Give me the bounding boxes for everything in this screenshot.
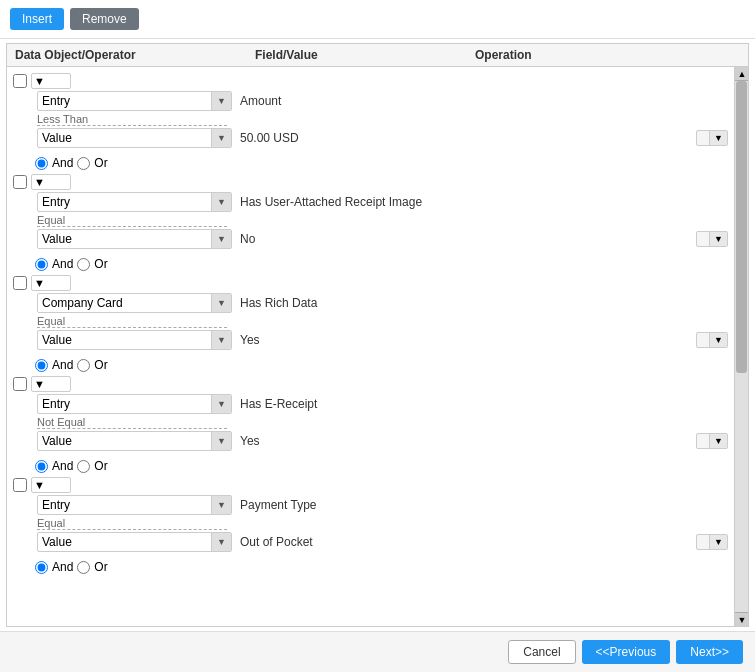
condition-3-op-arrow[interactable]: ▼ — [709, 333, 727, 347]
condition-block-2: ▼ Entry ▼ Has User-Attached Receipt Imag… — [13, 172, 728, 253]
col-header-field: Field/Value — [255, 48, 475, 62]
condition-4-value: Yes — [240, 434, 260, 448]
scrollbar-track — [735, 81, 748, 612]
logic-2-and-radio[interactable] — [35, 157, 48, 170]
condition-2-value-arrow[interactable]: ▼ — [211, 230, 231, 248]
condition-4-object-arrow[interactable]: ▼ — [211, 395, 231, 413]
condition-2-op-dropdown[interactable]: ▼ — [696, 231, 728, 247]
condition-1-object-arrow[interactable]: ▼ — [211, 92, 231, 110]
remove-button[interactable]: Remove — [70, 8, 139, 30]
cancel-button[interactable]: Cancel — [508, 640, 575, 664]
condition-3-op-dropdown[interactable]: ▼ — [696, 332, 728, 348]
condition-5-logic-select[interactable]: ▼ — [31, 477, 71, 493]
condition-5-object-arrow[interactable]: ▼ — [211, 496, 231, 514]
condition-1-logic-dropdown[interactable]: ▼ — [32, 74, 70, 88]
logic-3-and-radio[interactable] — [35, 258, 48, 271]
condition-4-object-select[interactable]: Entry ▼ — [37, 394, 232, 414]
condition-1-value-select[interactable]: Value ▼ — [37, 128, 232, 148]
condition-4-checkbox[interactable] — [13, 377, 27, 391]
scrollbar[interactable]: ▲ ▼ — [734, 67, 748, 626]
condition-4-op-label — [697, 439, 709, 443]
condition-1-value-dropdown[interactable]: Value — [38, 129, 211, 147]
footer: Cancel <<Previous Next>> — [0, 631, 755, 672]
scrollbar-up-arrow[interactable]: ▲ — [735, 67, 748, 81]
logic-6-and-label: And — [52, 560, 73, 574]
condition-3-object-arrow[interactable]: ▼ — [211, 294, 231, 312]
logic-6-or-radio[interactable] — [77, 561, 90, 574]
condition-3-operator-label: Equal — [37, 315, 227, 328]
condition-5-value-select[interactable]: Value ▼ — [37, 532, 232, 552]
condition-2-op-arrow[interactable]: ▼ — [709, 232, 727, 246]
logic-5-and-radio[interactable] — [35, 460, 48, 473]
condition-5-logic-dropdown[interactable]: ▼ — [32, 478, 70, 492]
condition-3-value-arrow[interactable]: ▼ — [211, 331, 231, 349]
condition-1-object-select[interactable]: Entry ▼ — [37, 91, 232, 111]
logic-6-and-radio[interactable] — [35, 561, 48, 574]
condition-2-object-select[interactable]: Entry ▼ — [37, 192, 232, 212]
condition-3-checkbox[interactable] — [13, 276, 27, 290]
condition-3-value-dropdown[interactable]: Value — [38, 331, 211, 349]
condition-1-value: 50.00 USD — [240, 131, 299, 145]
conditions-scroll[interactable]: ▼ Entry ▼ Amount Less Than — [7, 67, 734, 626]
condition-2-logic-select[interactable]: ▼ — [31, 174, 71, 190]
condition-1-value-arrow[interactable]: ▼ — [211, 129, 231, 147]
col-header-object: Data Object/Operator — [15, 48, 255, 62]
insert-button[interactable]: Insert — [10, 8, 64, 30]
condition-3-logic-select[interactable]: ▼ — [31, 275, 71, 291]
condition-5-field: Payment Type — [240, 498, 317, 512]
condition-2-logic-dropdown[interactable]: ▼ — [32, 175, 70, 189]
condition-block-1: ▼ Entry ▼ Amount Less Than — [13, 71, 728, 152]
condition-4-logic-select[interactable]: ▼ — [31, 376, 71, 392]
logic-2-or-radio[interactable] — [77, 157, 90, 170]
logic-row-4: And Or — [35, 358, 728, 372]
condition-5-object-dropdown[interactable]: Entry — [38, 496, 211, 514]
logic-row-6: And Or — [35, 560, 728, 574]
condition-5-value-dropdown[interactable]: Value — [38, 533, 211, 551]
condition-block-4: ▼ Entry ▼ Has E-Receipt Not Equal — [13, 374, 728, 455]
prev-button[interactable]: <<Previous — [582, 640, 671, 664]
condition-2-object-arrow[interactable]: ▼ — [211, 193, 231, 211]
condition-5-op-dropdown[interactable]: ▼ — [696, 534, 728, 550]
condition-4-op-arrow[interactable]: ▼ — [709, 434, 727, 448]
condition-5-value-arrow[interactable]: ▼ — [211, 533, 231, 551]
condition-3-logic-dropdown[interactable]: ▼ — [32, 276, 70, 290]
condition-4-op-dropdown[interactable]: ▼ — [696, 433, 728, 449]
condition-1-object-dropdown[interactable]: Entry — [38, 92, 211, 110]
condition-2-value: No — [240, 232, 255, 246]
condition-4-value-dropdown[interactable]: Value — [38, 432, 211, 450]
condition-5-checkbox[interactable] — [13, 478, 27, 492]
condition-3-value-select[interactable]: Value ▼ — [37, 330, 232, 350]
condition-1-op-arrow[interactable]: ▼ — [709, 131, 727, 145]
condition-2-value-select[interactable]: Value ▼ — [37, 229, 232, 249]
scrollbar-thumb[interactable] — [736, 81, 747, 373]
condition-1-op-dropdown[interactable]: ▼ — [696, 130, 728, 146]
condition-4-logic-dropdown[interactable]: ▼ — [32, 377, 70, 391]
condition-5-op-arrow[interactable]: ▼ — [709, 535, 727, 549]
logic-4-and-label: And — [52, 358, 73, 372]
logic-4-or-radio[interactable] — [77, 359, 90, 372]
condition-2-object-dropdown[interactable]: Entry — [38, 193, 211, 211]
condition-1-checkbox[interactable] — [13, 74, 27, 88]
condition-4-operator-label: Not Equal — [37, 416, 227, 429]
scrollbar-down-arrow[interactable]: ▼ — [735, 612, 748, 626]
condition-3-object-dropdown[interactable]: Company Card — [38, 294, 211, 312]
logic-4-and-radio[interactable] — [35, 359, 48, 372]
condition-3-object-select[interactable]: Company Card ▼ — [37, 293, 232, 313]
condition-2-checkbox[interactable] — [13, 175, 27, 189]
logic-5-or-label: Or — [94, 459, 107, 473]
condition-1-logic-select[interactable]: ▼ — [31, 73, 71, 89]
condition-4-object-dropdown[interactable]: Entry — [38, 395, 211, 413]
logic-row-2: And Or — [35, 156, 728, 170]
condition-2-value-dropdown[interactable]: Value — [38, 230, 211, 248]
condition-1-field: Amount — [240, 94, 281, 108]
logic-5-or-radio[interactable] — [77, 460, 90, 473]
logic-3-and-label: And — [52, 257, 73, 271]
condition-4-value-arrow[interactable]: ▼ — [211, 432, 231, 450]
next-button[interactable]: Next>> — [676, 640, 743, 664]
logic-row-5: And Or — [35, 459, 728, 473]
condition-4-value-select[interactable]: Value ▼ — [37, 431, 232, 451]
condition-5-object-select[interactable]: Entry ▼ — [37, 495, 232, 515]
condition-3-op-label — [697, 338, 709, 342]
condition-2-op-label — [697, 237, 709, 241]
logic-3-or-radio[interactable] — [77, 258, 90, 271]
